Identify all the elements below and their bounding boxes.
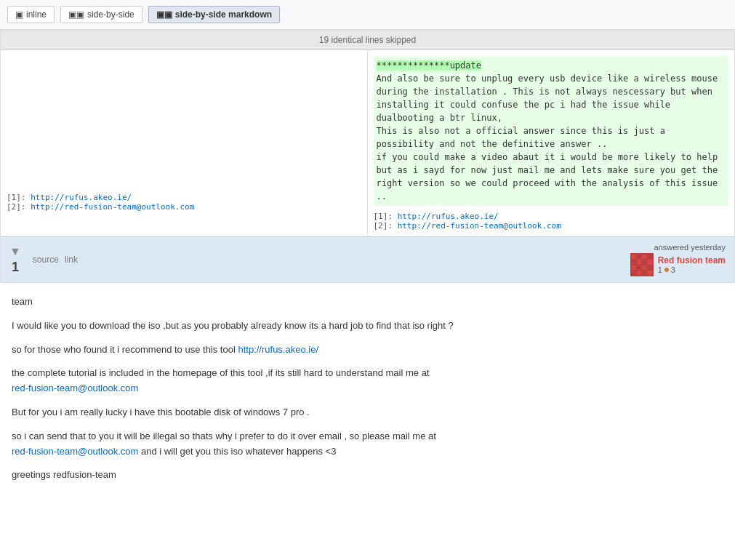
username[interactable]: Red fusion team: [658, 255, 726, 265]
tool-paragraph: so for those who found it i recommend to…: [12, 343, 723, 358]
inline-icon: ▣: [15, 9, 23, 20]
side-by-side-button[interactable]: ▣▣ side-by-side: [60, 6, 142, 23]
avatar: [630, 253, 654, 276]
skipped-lines-bar: 19 identical lines skipped: [1, 31, 734, 50]
side-by-side-markdown-icon: ▣▣: [156, 9, 172, 20]
tutorial-paragraph: the complete tutorial is included in the…: [12, 366, 723, 396]
side-by-side-icon: ▣▣: [68, 9, 84, 20]
answer-user-info: answered yesterday: [630, 243, 726, 276]
tool-link[interactable]: http://rufus.akeo.ie/: [238, 344, 318, 355]
vote-count: 1: [12, 260, 19, 275]
diff-right-refs: [1]: http://rufus.akeo.ie/ [2]: http://r…: [374, 212, 729, 231]
diff-body: [1]: http://rufus.akeo.ie/ [2]: http://r…: [1, 50, 734, 236]
diff-left-refs: [1]: http://rufus.akeo.ie/ [2]: http://r…: [7, 193, 361, 212]
diff-added-block: **************update And also be sure to…: [374, 56, 729, 206]
email-link-1[interactable]: red-fusion-team@outlook.com: [12, 383, 138, 393]
greeting-end-paragraph: greetings redfusion-team: [12, 468, 723, 483]
greeting-paragraph: team: [12, 295, 723, 310]
ref2-left-link[interactable]: http://red-fusion-team@outlook.com: [31, 202, 194, 212]
vote-down-button[interactable]: ▼: [9, 245, 21, 258]
lucky-paragraph: But for you i am really lucky i have thi…: [12, 405, 723, 420]
link-link[interactable]: link: [65, 255, 78, 265]
user-reputation: 1 3: [658, 265, 726, 274]
bronze-badge-icon: [664, 268, 669, 272]
answered-time: answered yesterday: [654, 243, 726, 252]
diff-toolbar: ▣ inline ▣▣ side-by-side ▣▣ side-by-side…: [0, 0, 735, 30]
side-by-side-markdown-button[interactable]: ▣▣ side-by-side markdown: [148, 6, 280, 23]
intro-paragraph: I would like you to download the iso ,bu…: [12, 319, 723, 334]
vote-section: ▼ 1: [9, 245, 21, 275]
diff-container: 19 identical lines skipped [1]: http://r…: [0, 30, 735, 283]
ref1-right-link[interactable]: http://rufus.akeo.ie/: [398, 212, 499, 221]
inline-button[interactable]: ▣ inline: [7, 6, 55, 23]
send-paragraph: so i can send that to you it will be ill…: [12, 429, 723, 460]
answer-meta-bar: ▼ 1 source link answered yesterday: [1, 236, 734, 282]
ref1-left-link[interactable]: http://rufus.akeo.ie/: [31, 193, 132, 202]
answer-content: team I would like you to download the is…: [0, 283, 735, 503]
ref2-right-link[interactable]: http://red-fusion-team@outlook.com: [398, 221, 561, 231]
diff-right-panel: **************update And also be sure to…: [368, 50, 735, 236]
email-link-2[interactable]: red-fusion-team@outlook.com: [12, 446, 138, 457]
source-link[interactable]: source: [33, 255, 59, 265]
diff-left-panel: [1]: http://rufus.akeo.ie/ [2]: http://r…: [1, 50, 368, 236]
user-card: Red fusion team 1 3: [630, 253, 726, 276]
answer-actions: source link: [33, 255, 78, 265]
